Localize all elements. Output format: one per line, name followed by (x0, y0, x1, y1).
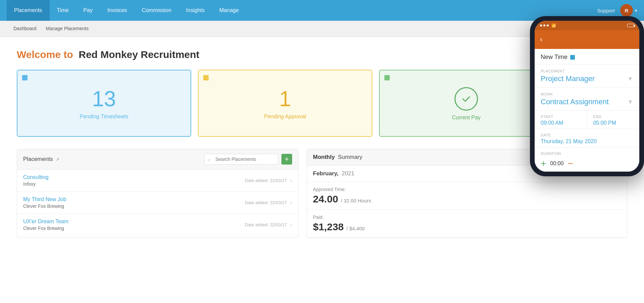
avatar-dropdown-arrow: ▾ (635, 8, 637, 13)
search-icon: ⌕ (208, 157, 210, 162)
summary-title-light: Summary (338, 154, 363, 160)
card-indicator-blue (22, 75, 28, 80)
current-pay-label: Current Pay (452, 115, 480, 121)
signal-dot-2 (543, 24, 545, 26)
phone-date-label: Date (541, 133, 633, 137)
wifi-icon: 📶 (551, 23, 556, 28)
phone-end-field[interactable]: End 05:00 PM (587, 111, 640, 129)
support-link[interactable]: Support (597, 8, 615, 13)
nav-commission[interactable]: Commission (135, 0, 179, 21)
approved-time-label: Approved Time: (313, 187, 621, 192)
nav-insights[interactable]: Insights (179, 0, 212, 21)
pending-approval-number: 1 (279, 88, 291, 110)
phone-mockup: 📶 ‹ New Time (517, 16, 644, 176)
pending-approval-label: Pending Approval (264, 114, 306, 120)
phone-signal-icons: 📶 (540, 23, 556, 28)
placement-dropdown-arrow: ▼ (627, 75, 633, 82)
phone-end-value: 05:00 PM (593, 120, 634, 126)
phone-start-field[interactable]: Start 09:00 AM (535, 111, 587, 129)
phone-duration-minus[interactable]: − (568, 158, 573, 169)
placement-name: My Third New Job (23, 196, 245, 202)
summary-month-bold: February, (313, 170, 338, 177)
phone-placement-value: Project Manager ▼ (541, 74, 633, 86)
placement-info: UX'er Dream Team Clever Fox Brewing (23, 219, 245, 231)
placement-name: UX'er Dream Team (23, 219, 245, 225)
placement-company: Clever Fox Brewing (23, 226, 245, 231)
battery-icon (627, 24, 634, 27)
phone-header: ‹ (535, 30, 639, 49)
pending-timesheets-number: 13 (92, 88, 116, 110)
phone-work-label: Work (541, 92, 633, 96)
welcome-prefix: Welcome to (17, 49, 73, 60)
paid-label: Paid: (313, 215, 621, 220)
phone-placement-section[interactable]: Placement Project Manager ▼ (535, 64, 639, 87)
phone-shell: 📶 ‹ New Time (530, 16, 644, 176)
nav-pay[interactable]: Pay (76, 0, 100, 21)
search-placements-input[interactable] (204, 154, 278, 165)
placements-panel: Placements ↗ ⌕ + Consulting Infoxy Date … (17, 149, 299, 238)
phone-placement-label: Placement (541, 69, 633, 73)
phone-work-value: Contract Assignment ▼ (541, 98, 633, 109)
pending-timesheets-label: Pending Timesheets (80, 114, 128, 120)
placement-item-uxer-dream[interactable]: UX'er Dream Team Clever Fox Brewing Date… (17, 214, 298, 236)
approved-time-row: Approved Time: 24.00 / 32.00 Hours (307, 182, 627, 210)
current-pay-check (454, 87, 478, 111)
card-indicator-yellow (203, 75, 209, 80)
placement-date: Date added: 22/03/17 (245, 222, 287, 227)
placements-panel-header: Placements ↗ ⌕ + (17, 149, 298, 170)
phone-duration-label: Duration (541, 152, 633, 156)
phone-new-time-label: New Time (541, 54, 575, 61)
paid-suffix: / $4,400 (346, 226, 365, 231)
phone-duration-controls: + 00:00 − (541, 158, 633, 169)
phone-duration-value: 00:00 (550, 161, 564, 167)
subnav-dashboard[interactable]: Dashboard (13, 26, 37, 32)
nav-placements[interactable]: Placements (7, 0, 50, 21)
phone-end-label: End (593, 115, 634, 119)
placement-item-consulting[interactable]: Consulting Infoxy Date added: 22/03/17 › (17, 170, 298, 192)
nav-manage[interactable]: Manage (212, 0, 246, 21)
user-avatar-dropdown[interactable]: R ▾ (620, 4, 637, 17)
signal-dot-1 (540, 24, 542, 26)
add-placement-button[interactable]: + (281, 154, 292, 165)
nav-time[interactable]: Time (50, 0, 76, 21)
placement-item-third-job[interactable]: My Third New Job Clever Fox Brewing Date… (17, 192, 298, 214)
phone-duration-section: Duration + 00:00 − (535, 147, 639, 172)
summary-year: 2021 (342, 170, 355, 177)
paid-value: $1,238 / $4,400 (313, 221, 621, 233)
paid-row: Paid: $1,238 / $4,400 (307, 210, 627, 238)
subnav-manage-placements[interactable]: Manage Placements (46, 26, 89, 32)
signal-dot-3 (547, 24, 549, 26)
placement-date: Date added: 22/03/17 (245, 178, 287, 183)
phone-back-button[interactable]: ‹ (540, 35, 542, 44)
summary-title-bold: Monthly (313, 154, 335, 160)
phone-status-bar: 📶 (535, 21, 639, 30)
placement-name: Consulting (23, 174, 245, 180)
phone-work-section[interactable]: Work Contract Assignment ▼ (535, 87, 639, 111)
pending-timesheets-card[interactable]: 13 Pending Timesheets (17, 70, 191, 137)
phone-new-time-bar: New Time (535, 49, 639, 64)
company-name: Red Monkey Recruitment (78, 49, 199, 60)
placement-arrow-icon: › (290, 221, 292, 228)
pending-approval-card[interactable]: 1 Pending Approval (198, 70, 372, 137)
placement-arrow-icon: › (290, 177, 292, 184)
placements-title-text: Placements (23, 156, 53, 163)
placements-panel-title: Placements ↗ (23, 156, 204, 163)
approved-time-value: 24.00 / 32.00 Hours (313, 193, 621, 205)
phone-date-section[interactable]: Date Thursday, 21 May 2020 (535, 129, 639, 147)
nav-invoices[interactable]: Invoices (100, 0, 135, 21)
placement-info: Consulting Infoxy (23, 174, 245, 187)
external-link-icon: ↗ (56, 157, 59, 162)
avatar: R (620, 4, 633, 17)
work-dropdown-arrow: ▼ (627, 99, 633, 106)
card-indicator-green (384, 75, 390, 80)
placement-date: Date added: 22/03/17 (245, 200, 287, 205)
phone-start-end-row: Start 09:00 AM End 05:00 PM (535, 111, 639, 129)
placement-company: Infoxy (23, 181, 245, 187)
phone-battery-area (627, 24, 634, 27)
phone-duration-plus[interactable]: + (541, 158, 546, 169)
placement-company: Clever Fox Brewing (23, 203, 245, 209)
phone-date-value: Thursday, 21 May 2020 (541, 138, 633, 144)
phone-body: New Time Placement Project Manager ▼ (535, 49, 639, 172)
main-content: Welcome to Red Monkey Recruitment 13 Pen… (0, 37, 644, 303)
approved-time-suffix: / 32.00 Hours (341, 198, 371, 203)
